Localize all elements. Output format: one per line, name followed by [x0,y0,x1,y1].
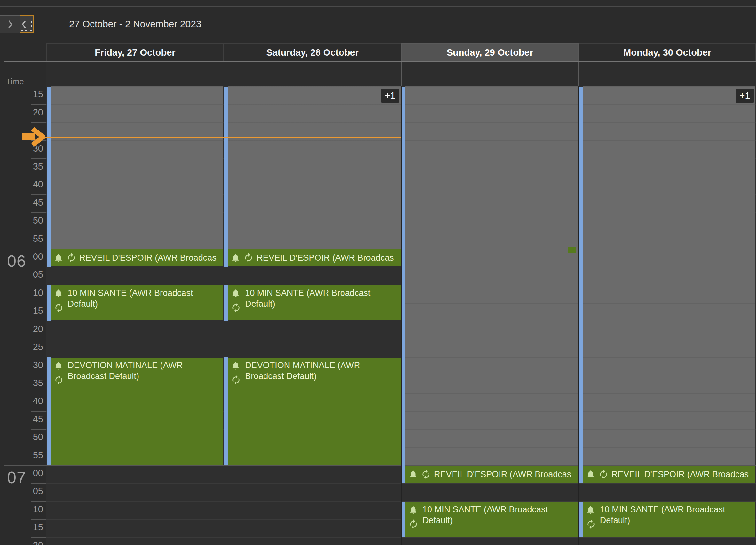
event-block[interactable]: DEVOTION MATINALE (AWR Broadcast Default… [228,358,400,465]
blue-stripe [402,87,405,483]
right-arrow-icon [22,127,45,147]
event-block[interactable]: 10 MIN SANTE (AWR Broadcast Default) [405,502,578,537]
blue-stripe [47,285,51,321]
day-header[interactable]: Monday, 30 October [579,43,756,62]
next-week-button[interactable] [0,15,20,33]
event-block[interactable]: 10 MIN SANTE (AWR Broadcast Default) [228,285,400,320]
blue-stripe [402,502,405,537]
gutter-tick [31,285,46,285]
bell-icon [54,361,63,370]
gutter-tick [31,158,46,159]
minute-label: 15 [19,306,43,316]
overflow-badge[interactable]: +1 [736,89,754,103]
blue-stripe [579,87,583,483]
event-title: 10 MIN SANTE (AWR Broadcast Default) [68,288,205,309]
event-title: REVEIL D'ESPOIR (AWR Broadcas [256,252,394,263]
event-block[interactable]: REVEIL D'ESPOIR (AWR Broadcas [228,249,400,266]
edge-event-marker [568,247,576,253]
day-header[interactable]: Saturday, 28 October [224,43,401,62]
day-header-label: Friday, 27 October [95,47,176,58]
gutter-tick [31,429,46,430]
chevron-right-icon [5,19,15,30]
date-range-label: 27 October - 2 November 2023 [69,19,201,29]
event-block[interactable]: REVEIL D'ESPOIR (AWR Broadcas [583,466,755,483]
day-header-label: Saturday, 28 October [266,47,359,58]
minute-label: 30 [19,360,43,370]
refresh-icon [408,519,419,529]
gutter-tick [31,104,46,105]
event-icon-column [586,504,597,529]
now-line [44,137,401,138]
grey-time-block [405,86,578,465]
minute-label: 35 [19,378,43,388]
refresh-icon [231,303,241,313]
bell-icon [54,253,63,263]
bell-icon [408,505,418,515]
allday-cell[interactable] [224,62,401,86]
gutter-tick [31,212,46,213]
now-arrow-icon [22,127,45,147]
event-title: REVEIL D'ESPOIR (AWR Broadcas [434,469,571,480]
day-header-label: Monday, 30 October [623,47,711,58]
blue-stripe [224,357,228,465]
time-gutter-border [46,62,46,545]
blue-stripe [224,87,228,267]
allday-separator [224,62,224,86]
grey-time-block [583,86,755,465]
refresh-icon [231,375,241,385]
allday-cell[interactable] [579,62,756,86]
blue-stripe [47,87,51,267]
blue-stripe [579,502,583,537]
gutter-tick [31,519,46,520]
grey-time-block [228,86,400,249]
event-title: 10 MIN SANTE (AWR Broadcast Default) [245,288,382,309]
bell-icon [586,505,595,515]
gutter-tick [31,177,46,177]
header-separator [4,61,756,62]
gutter-tick [31,447,46,448]
event-title: DEVOTION MATINALE (AWR Broadcast Default… [245,360,382,382]
event-block[interactable]: 10 MIN SANTE (AWR Broadcast Default) [51,285,223,320]
event-block[interactable]: REVEIL D'ESPOIR (AWR Broadcas [405,466,578,483]
day-header-label: Sunday, 29 October [447,47,533,58]
hour-label: 07 [7,469,26,486]
gutter-tick [31,339,46,339]
refresh-icon [54,303,64,313]
overflow-badge[interactable]: +1 [381,89,399,103]
minute-label: 05 [19,270,43,280]
minute-label: 35 [19,162,43,171]
allday-cell[interactable] [46,62,224,86]
event-icon-column [231,288,242,313]
event-block[interactable]: 10 MIN SANTE (AWR Broadcast Default) [583,502,755,537]
minute-label: 15 [19,523,43,532]
grey-time-block [51,86,223,249]
event-block[interactable]: DEVOTION MATINALE (AWR Broadcast Default… [51,358,223,465]
allday-cell[interactable] [401,62,579,86]
allday-separator [401,62,402,86]
gutter-tick [31,231,46,231]
minute-label: 55 [19,234,43,244]
gutter-tick [31,537,46,538]
minute-label: 20 [19,324,43,334]
chevron-left-icon [19,19,29,30]
minute-label: 20 [19,541,43,545]
event-title: REVEIL D'ESPOIR (AWR Broadcas [611,469,749,480]
day-header[interactable]: Friday, 27 October [46,43,224,62]
day-header[interactable]: Sunday, 29 October [401,43,579,62]
bell-icon [408,470,418,479]
bell-icon [586,470,595,479]
event-block[interactable]: REVEIL D'ESPOIR (AWR Broadcas [51,249,223,266]
event-title: DEVOTION MATINALE (AWR Broadcast Default… [68,360,205,382]
minute-label: 50 [19,216,43,225]
refresh-icon [243,253,254,263]
event-icon-column [408,504,419,529]
event-title: REVEIL D'ESPOIR (AWR Broadcas [79,252,217,263]
gutter-tick [31,393,46,394]
minute-label: 05 [19,486,43,496]
top-chrome-strip [0,0,756,7]
refresh-icon [54,375,64,385]
minute-label: 40 [19,396,43,406]
minute-label: 15 [19,90,43,99]
gutter-tick [31,194,46,195]
minute-label: 55 [19,451,43,460]
